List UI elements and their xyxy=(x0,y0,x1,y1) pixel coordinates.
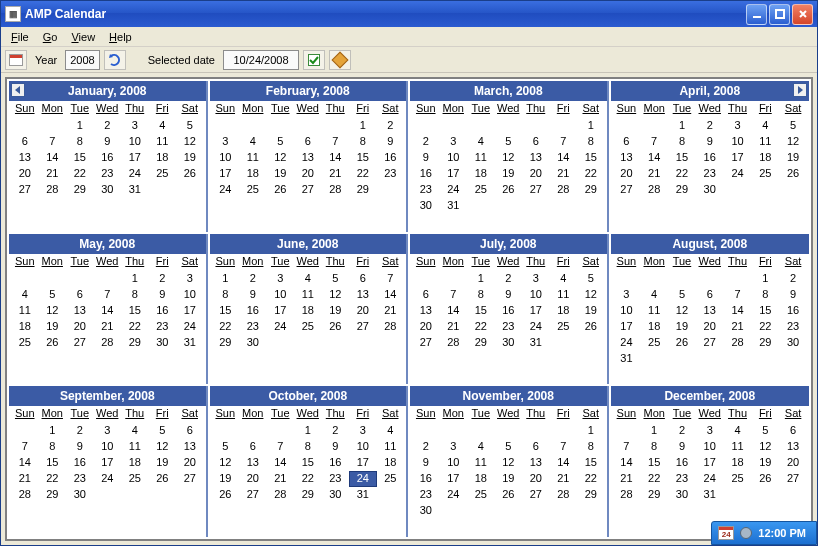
go-arrow-icon[interactable] xyxy=(104,50,126,70)
day-cell[interactable]: 20 xyxy=(66,319,94,335)
day-cell[interactable]: 31 xyxy=(349,487,377,503)
day-cell[interactable]: 15 xyxy=(577,150,605,166)
day-cell[interactable]: 6 xyxy=(66,287,94,303)
day-cell[interactable]: 20 xyxy=(696,319,724,335)
day-cell[interactable]: 17 xyxy=(522,303,550,319)
day-cell[interactable]: 23 xyxy=(668,471,696,487)
menu-view[interactable]: View xyxy=(65,29,101,45)
day-cell[interactable]: 28 xyxy=(11,487,39,503)
day-cell[interactable]: 1 xyxy=(467,271,495,287)
day-cell[interactable]: 13 xyxy=(522,455,550,471)
day-cell[interactable]: 7 xyxy=(377,271,405,287)
day-cell[interactable]: 10 xyxy=(121,134,149,150)
day-cell[interactable]: 25 xyxy=(294,319,322,335)
day-cell[interactable]: 29 xyxy=(212,335,240,351)
day-cell[interactable]: 1 xyxy=(668,118,696,134)
day-cell[interactable]: 16 xyxy=(668,455,696,471)
day-cell[interactable]: 15 xyxy=(751,303,779,319)
day-cell[interactable]: 27 xyxy=(66,335,94,351)
day-cell[interactable]: 10 xyxy=(349,439,377,455)
day-cell[interactable]: 3 xyxy=(696,423,724,439)
day-cell[interactable]: 19 xyxy=(149,455,177,471)
day-cell[interactable]: 7 xyxy=(613,439,641,455)
day-cell[interactable]: 12 xyxy=(39,303,67,319)
day-cell[interactable]: 9 xyxy=(239,287,267,303)
day-cell[interactable]: 26 xyxy=(495,182,523,198)
day-cell[interactable]: 18 xyxy=(724,455,752,471)
day-cell[interactable]: 28 xyxy=(640,182,668,198)
day-cell[interactable]: 8 xyxy=(212,287,240,303)
day-cell[interactable]: 10 xyxy=(440,150,468,166)
day-cell[interactable]: 1 xyxy=(66,118,94,134)
day-cell[interactable]: 6 xyxy=(522,439,550,455)
day-cell[interactable]: 30 xyxy=(322,487,350,503)
day-cell[interactable]: 16 xyxy=(94,150,122,166)
day-cell[interactable]: 8 xyxy=(577,134,605,150)
day-cell[interactable]: 29 xyxy=(39,487,67,503)
day-cell[interactable]: 10 xyxy=(613,303,641,319)
day-cell[interactable]: 14 xyxy=(39,150,67,166)
day-cell[interactable]: 12 xyxy=(668,303,696,319)
day-cell[interactable]: 18 xyxy=(550,303,578,319)
calendar-icon[interactable]: . xyxy=(5,50,27,70)
day-cell[interactable]: 21 xyxy=(640,166,668,182)
day-cell[interactable]: 12 xyxy=(212,455,240,471)
day-cell[interactable]: 12 xyxy=(267,150,295,166)
day-cell[interactable]: 11 xyxy=(724,439,752,455)
day-cell[interactable]: 28 xyxy=(550,487,578,503)
day-cell[interactable]: 2 xyxy=(668,423,696,439)
day-cell[interactable]: 16 xyxy=(696,150,724,166)
day-cell[interactable]: 21 xyxy=(613,471,641,487)
day-cell[interactable]: 8 xyxy=(467,287,495,303)
check-icon[interactable] xyxy=(303,50,325,70)
day-cell[interactable]: 6 xyxy=(522,134,550,150)
day-cell[interactable]: 21 xyxy=(550,166,578,182)
day-cell[interactable]: 2 xyxy=(322,423,350,439)
day-cell[interactable]: 23 xyxy=(412,182,440,198)
day-cell[interactable]: 12 xyxy=(176,134,204,150)
day-cell[interactable]: 30 xyxy=(412,503,440,519)
day-cell[interactable]: 20 xyxy=(349,303,377,319)
day-cell[interactable]: 13 xyxy=(696,303,724,319)
day-cell[interactable]: 26 xyxy=(668,335,696,351)
day-cell[interactable]: 26 xyxy=(212,487,240,503)
day-cell[interactable]: 16 xyxy=(412,166,440,182)
day-cell[interactable]: 24 xyxy=(724,166,752,182)
day-cell[interactable]: 22 xyxy=(751,319,779,335)
day-cell[interactable]: 28 xyxy=(267,487,295,503)
day-cell[interactable]: 28 xyxy=(613,487,641,503)
day-cell[interactable]: 22 xyxy=(467,319,495,335)
day-cell[interactable]: 17 xyxy=(121,150,149,166)
day-cell[interactable]: 9 xyxy=(412,455,440,471)
day-cell[interactable]: 9 xyxy=(779,287,807,303)
day-cell[interactable]: 24 xyxy=(440,182,468,198)
day-cell[interactable]: 1 xyxy=(121,271,149,287)
day-cell[interactable]: 23 xyxy=(149,319,177,335)
day-cell[interactable]: 14 xyxy=(94,303,122,319)
day-cell[interactable]: 13 xyxy=(613,150,641,166)
day-cell[interactable]: 5 xyxy=(779,118,807,134)
day-cell[interactable]: 19 xyxy=(495,471,523,487)
day-cell[interactable]: 19 xyxy=(751,455,779,471)
day-cell[interactable]: 13 xyxy=(349,287,377,303)
day-cell[interactable]: 18 xyxy=(149,150,177,166)
day-cell[interactable]: 24 xyxy=(121,166,149,182)
day-cell[interactable]: 28 xyxy=(94,335,122,351)
day-cell[interactable]: 21 xyxy=(11,471,39,487)
day-cell[interactable]: 9 xyxy=(495,287,523,303)
day-cell[interactable]: 26 xyxy=(322,319,350,335)
day-cell[interactable]: 6 xyxy=(349,271,377,287)
day-cell[interactable]: 25 xyxy=(11,335,39,351)
day-cell[interactable]: 27 xyxy=(522,182,550,198)
day-cell[interactable]: 16 xyxy=(149,303,177,319)
day-cell[interactable]: 30 xyxy=(668,487,696,503)
day-cell[interactable]: 16 xyxy=(495,303,523,319)
day-cell[interactable]: 9 xyxy=(668,439,696,455)
day-cell[interactable]: 12 xyxy=(495,455,523,471)
day-cell[interactable]: 17 xyxy=(267,303,295,319)
day-cell[interactable]: 20 xyxy=(412,319,440,335)
day-cell[interactable]: 1 xyxy=(212,271,240,287)
day-cell[interactable]: 4 xyxy=(377,423,405,439)
day-cell[interactable]: 5 xyxy=(149,423,177,439)
day-cell[interactable]: 10 xyxy=(94,439,122,455)
